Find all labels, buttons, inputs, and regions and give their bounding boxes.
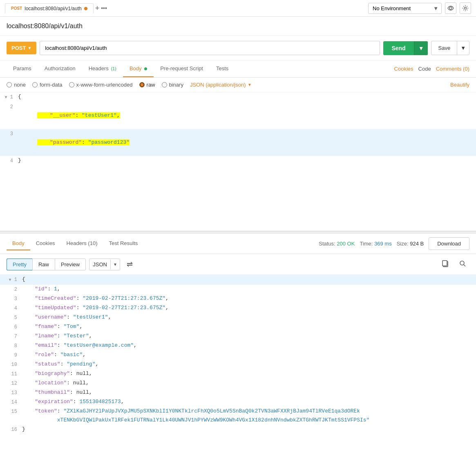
resp-line-14: 14 "expiration": 1551304825173,	[0, 397, 476, 407]
headers-badge: (1)	[111, 66, 116, 71]
top-bar: POST localhost:8080/api/v1/auth + ••• No…	[0, 0, 476, 17]
resp-line-5: 5 "username": "testUser1",	[0, 313, 476, 322]
json-format-select-wrap: JSON (application/json) ▼	[190, 82, 252, 88]
settings-icon[interactable]	[460, 2, 471, 14]
tab-params[interactable]: Params	[7, 60, 38, 77]
method-label: POST	[11, 45, 26, 51]
resp-line-content-2: "id": 1,	[20, 285, 62, 294]
resp-tab-cookies[interactable]: Cookies	[30, 237, 61, 250]
tab-pre-request[interactable]: Pre-request Script	[154, 60, 210, 77]
resp-line-content-3: "timeCreated": "2019-02-27T21:27:23.675Z…	[20, 294, 170, 303]
collapse-arrow-icon: ▼	[5, 95, 7, 100]
json-type-label[interactable]: JSON	[89, 259, 110, 270]
cookies-link[interactable]: Cookies	[394, 66, 413, 72]
resp-line-content-1: {	[20, 275, 27, 284]
request-tab[interactable]: POST localhost:8080/api/v1/auth	[5, 3, 94, 13]
send-label: Send	[383, 41, 413, 55]
resp-line-content-15: "token": "ZXlKaGJHY2lPaUpJVXpJMU5pSXNKbl…	[20, 407, 371, 425]
line-number-2: 2	[0, 102, 16, 112]
option-urlencoded[interactable]: x-www-form-urlencoded	[69, 82, 133, 88]
json-type-arrow-icon[interactable]: ▼	[110, 260, 120, 269]
resp-tab-test-results[interactable]: Test Results	[103, 237, 143, 250]
copy-response-icon[interactable]	[438, 257, 452, 271]
resp-line-num-15: 15	[0, 407, 20, 416]
resp-line-10: 10 "status": "pending",	[0, 360, 476, 369]
code-link[interactable]: Code	[418, 66, 431, 72]
resp-line-15: 15 "token": "ZXlKaGJHY2lPaUpJVXpJMU5pSXN…	[0, 407, 476, 425]
svg-point-0	[449, 7, 452, 9]
json-format-select[interactable]: JSON (application/json)	[190, 82, 246, 88]
status-label: Status: 200 OK	[319, 241, 355, 247]
comments-link[interactable]: Comments (0)	[436, 66, 469, 72]
option-form-data[interactable]: form-data	[32, 82, 63, 88]
send-dropdown-arrow-icon[interactable]: ▼	[414, 41, 428, 55]
response-body: ▼ 1 { 2 "id": 1, 3 "timeCreated": "2019-…	[0, 275, 476, 434]
environment-select[interactable]: No Environment	[368, 3, 442, 14]
format-preview[interactable]: Preview	[55, 259, 86, 270]
resp-line-9: 9 "role": "basic",	[0, 350, 476, 360]
download-button[interactable]: Download	[429, 237, 469, 250]
env-visibility-icon[interactable]	[445, 2, 456, 14]
code-highlight-password: "password": "password123"	[37, 139, 130, 145]
resp-line-num-13: 13	[0, 388, 20, 397]
line-content-2: "__user": "testUser1",	[16, 102, 122, 129]
url-input[interactable]	[40, 41, 380, 55]
response-format-bar: Pretty Raw Preview JSON ▼ ⇌	[0, 254, 476, 275]
tab-body[interactable]: Body	[123, 60, 154, 77]
more-tabs-button[interactable]: •••	[101, 5, 107, 11]
add-tab-button[interactable]: +	[95, 4, 100, 13]
resp-line-13: 13 "thumbnail": null,	[0, 388, 476, 397]
format-raw[interactable]: Raw	[32, 259, 55, 270]
resp-tab-body[interactable]: Body	[7, 237, 30, 250]
resp-line-7: 7 "lname": "Tester",	[0, 332, 476, 341]
resp-line-num-2: 2	[0, 285, 20, 294]
tab-tests[interactable]: Tests	[210, 60, 235, 77]
line-number-1: ▼ 1	[0, 92, 16, 102]
editor-empty-space[interactable]	[0, 165, 476, 231]
svg-line-5	[464, 265, 465, 266]
method-dropdown[interactable]: POST ▼	[7, 42, 36, 54]
resp-line-num-6: 6	[0, 322, 20, 332]
time-label: Time: 369 ms	[360, 241, 391, 247]
body-active-dot	[144, 67, 147, 70]
time-value: 369 ms	[374, 241, 392, 247]
resp-line-num-5: 5	[0, 313, 20, 322]
save-dropdown-arrow-icon[interactable]: ▼	[457, 41, 469, 55]
code-editor[interactable]: ▼ 1 { 2 "__user": "testUser1", 3 "passwo…	[0, 92, 476, 231]
resp-tab-headers[interactable]: Headers (10)	[61, 237, 103, 250]
resp-line-content-9: "role": "basic",	[20, 350, 87, 359]
response-tabs: Body Cookies Headers (10) Test Results	[7, 237, 143, 250]
resp-line-content-12: "location": null,	[20, 379, 91, 388]
response-meta: Status: 200 OK Time: 369 ms Size: 924 B …	[319, 237, 469, 250]
wrap-icon-button[interactable]: ⇌	[123, 257, 136, 271]
beautify-button[interactable]: Beautify	[450, 82, 469, 88]
resp-line-content-14: "expiration": 1551304825173,	[20, 397, 126, 406]
resp-line-content-10: "status": "pending",	[20, 360, 100, 369]
send-button[interactable]: Send ▼	[383, 41, 428, 55]
code-line-4: 4 }	[0, 156, 476, 165]
request-bar: POST ▼ Send ▼ Save ▼	[0, 36, 476, 60]
resp-line-num-10: 10	[0, 360, 20, 369]
resp-line-num-14: 14	[0, 397, 20, 407]
line-content-4: }	[16, 156, 23, 165]
tab-headers[interactable]: Headers (1)	[82, 60, 123, 77]
size-label: Size: 924 B	[397, 241, 424, 247]
option-raw[interactable]: raw	[139, 82, 155, 88]
option-none[interactable]: none	[7, 82, 26, 88]
json-format-arrow-icon: ▼	[248, 83, 252, 87]
option-binary[interactable]: binary	[162, 82, 183, 88]
resp-line-num-7: 7	[0, 332, 20, 341]
status-value: 200 OK	[337, 241, 355, 247]
tab-authorization[interactable]: Authorization	[38, 60, 82, 77]
resp-line-num-3: 3	[0, 294, 20, 303]
resp-line-11: 11 "biography": null,	[0, 369, 476, 379]
resp-line-1: ▼ 1 {	[0, 275, 476, 285]
request-tabs-bar: Params Authorization Headers (1) Body Pr…	[0, 60, 476, 78]
response-header: Body Cookies Headers (10) Test Results S…	[0, 234, 476, 254]
search-response-icon[interactable]	[456, 257, 469, 271]
code-highlight-user: "__user": "testUser1",	[37, 112, 120, 118]
save-button[interactable]: Save ▼	[431, 41, 469, 55]
format-pretty[interactable]: Pretty	[7, 259, 32, 270]
tabs-right: Cookies Code Comments (0)	[394, 66, 469, 72]
body-options-bar: none form-data x-www-form-urlencoded raw…	[0, 78, 476, 92]
